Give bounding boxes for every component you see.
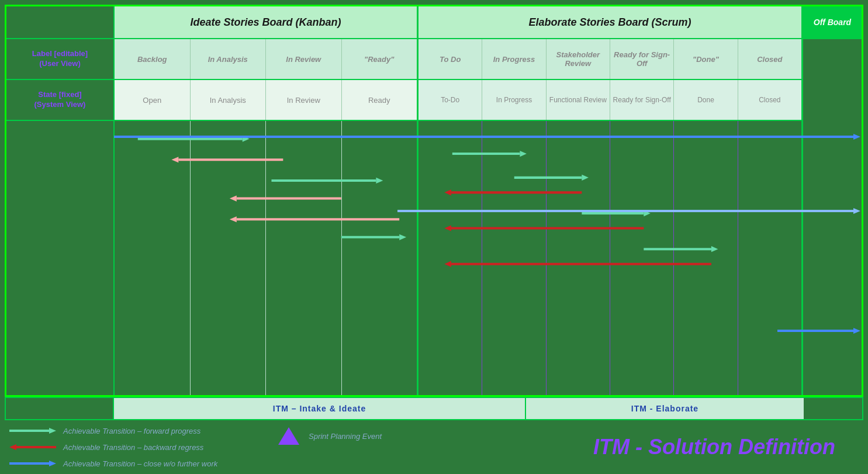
legend-backward: Achievable Transition – backward regress <box>9 441 255 453</box>
elaborate-state-row: To-Do In Progress Functional Review Read… <box>419 80 801 121</box>
svg-marker-33 <box>49 428 56 434</box>
ideate-col-body-review <box>266 121 342 395</box>
ideate-board-title: Ideate Stories Board (Kanban) <box>190 16 341 29</box>
ideate-state-ready: Ready <box>342 80 417 120</box>
ideate-state-analysis: In Analysis <box>191 80 267 120</box>
elaborate-state-inprogress: In Progress <box>482 80 546 120</box>
ideate-body-cols <box>115 121 417 395</box>
elaborate-col-body-inprogress <box>482 121 546 395</box>
legend-section: Achievable Transition – forward progress… <box>5 425 863 469</box>
label-header-empty <box>6 6 113 39</box>
itm-elaborate: ITM - Elaborate <box>526 398 804 419</box>
backward-arrow-legend <box>9 441 56 453</box>
ideate-col-review: In Review <box>266 39 342 79</box>
forward-arrow-label: Achievable Transition – forward progress <box>63 427 200 435</box>
ideate-board-header: Ideate Stories Board (Kanban) <box>115 6 417 39</box>
ideate-col-body-analysis <box>191 121 267 395</box>
elaborate-columns-row: To Do In Progress Stakeholder Review Rea… <box>419 39 801 80</box>
backward-arrow-label: Achievable Transition – backward regress <box>63 443 203 452</box>
elaborate-col-body-todo <box>419 121 482 395</box>
itm-intake: ITM – Intake & Ideate <box>114 398 526 419</box>
ideate-columns-row: Backlog In Analysis In Review "Ready" <box>115 39 417 80</box>
elaborate-col-signoff: Ready for Sign-Off <box>610 39 674 79</box>
solution-title: ITM - Solution Definition <box>593 435 835 459</box>
off-board-header: Off Board <box>803 6 862 39</box>
svg-marker-37 <box>49 461 56 466</box>
sprint-section: Sprint Planning Event <box>278 427 382 445</box>
legend-forward: Achievable Transition – forward progress <box>9 425 255 437</box>
elaborate-col-done: "Done" <box>674 39 738 79</box>
elaborate-state-closed: Closed <box>738 80 801 120</box>
ideate-state-open: Open <box>115 80 191 120</box>
itm-intake-text: ITM – Intake & Ideate <box>273 404 366 413</box>
user-view-label: Label [editable] (User View) <box>6 39 113 80</box>
sprint-triangle-icon <box>278 427 299 445</box>
elaborate-state-functional: Functional Review <box>547 80 610 120</box>
forward-arrow-legend <box>9 425 56 437</box>
legend-items: Achievable Transition – forward progress… <box>9 425 255 469</box>
elaborate-col-body-stakeholder <box>547 121 610 395</box>
label-column: Label [editable] (User View) State [fixe… <box>6 6 115 395</box>
ideate-col-body-backlog <box>115 121 191 395</box>
elaborate-col-body-done <box>674 121 738 395</box>
ideate-col-analysis: In Analysis <box>191 39 267 79</box>
ideate-state-row: Open In Analysis In Review Ready <box>115 80 417 121</box>
off-board-body <box>803 39 862 395</box>
elaborate-body-cols <box>419 121 801 395</box>
board-container: Label [editable] (User View) State [fixe… <box>5 5 863 397</box>
close-arrow-legend <box>9 458 56 469</box>
elaborate-col-stakeholder: Stakeholder Review <box>547 39 610 79</box>
sprint-planning-label: Sprint Planning Event <box>309 432 382 441</box>
ideate-board: Ideate Stories Board (Kanban) Backlog In… <box>115 6 419 395</box>
legend-close: Achievable Transition – close w/o furthe… <box>9 458 255 469</box>
elaborate-state-signoff: Ready for Sign-Off <box>610 80 674 120</box>
off-board-column: Off Board <box>803 6 862 395</box>
itm-elaborate-text: ITM - Elaborate <box>631 404 698 413</box>
main-wrapper: Label [editable] (User View) State [fixe… <box>0 0 868 474</box>
elaborate-col-closed: Closed <box>738 39 801 79</box>
ideate-state-review: In Review <box>266 80 342 120</box>
off-board-title: Off Board <box>814 18 851 27</box>
ideate-col-ready: "Ready" <box>342 39 417 79</box>
elaborate-col-inprogress: In Progress <box>482 39 546 79</box>
system-view-label: State [fixed] (System View) <box>6 80 113 121</box>
ideate-col-backlog: Backlog <box>115 39 191 79</box>
svg-marker-35 <box>9 444 16 450</box>
elaborate-col-todo: To Do <box>419 39 482 79</box>
elaborate-state-done: Done <box>674 80 738 120</box>
close-arrow-label: Achievable Transition – close w/o furthe… <box>63 459 217 468</box>
elaborate-state-todo: To-Do <box>419 80 482 120</box>
itm-row: ITM – Intake & Ideate ITM - Elaborate <box>5 397 863 420</box>
elaborate-col-body-signoff <box>610 121 674 395</box>
elaborate-col-body-closed <box>738 121 801 395</box>
elaborate-board-title: Elaborate Stories Board (Scrum) <box>528 16 691 29</box>
elaborate-board-header: Elaborate Stories Board (Scrum) <box>419 6 801 39</box>
elaborate-board: Elaborate Stories Board (Scrum) To Do In… <box>419 6 803 395</box>
ideate-col-body-ready <box>342 121 417 395</box>
